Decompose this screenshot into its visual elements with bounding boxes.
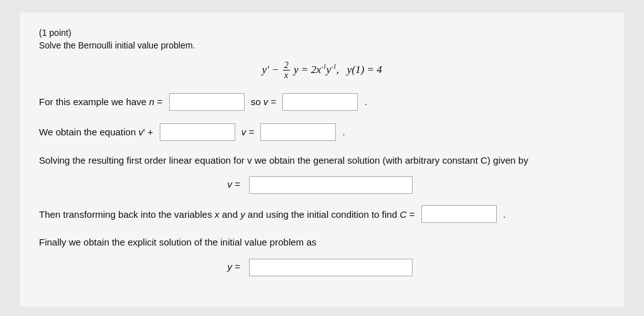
section2-row: We obtain the equation v' + v = . — [39, 123, 605, 141]
main-container: (1 point) Solve the Bernoulli initial va… — [20, 13, 624, 307]
v-rhs-input[interactable] — [260, 123, 336, 141]
c-value-input[interactable] — [421, 205, 497, 223]
section1-dot: . — [362, 96, 367, 107]
section4-row: v = — [39, 176, 605, 194]
section6-text: Finally we obtain the explicit solution … — [39, 235, 605, 250]
instruction-label: Solve the Bernoulli initial value proble… — [39, 40, 605, 50]
section3-text: Solving the resulting first order linear… — [39, 154, 605, 168]
y-final-label: y = — [228, 261, 243, 272]
n-input[interactable] — [169, 93, 245, 111]
eq-y-prime: y' — [262, 64, 269, 76]
section7-row: y = — [39, 259, 605, 276]
v-solution-input[interactable] — [249, 176, 413, 194]
fraction-2-x: 2 x — [283, 60, 290, 81]
v-coeff-input[interactable] — [160, 123, 235, 141]
points-label: (1 point) — [39, 28, 605, 38]
section5-dot: . — [501, 209, 506, 220]
section1-row: For this example we have n = so v = . — [39, 93, 605, 111]
section5-text: Then transforming back into the variable… — [39, 209, 418, 220]
section1-text-before: For this example we have n = — [39, 96, 165, 107]
section2-dot: . — [340, 127, 345, 137]
v-substitution-input[interactable] — [282, 93, 358, 111]
y-solution-input[interactable] — [249, 259, 413, 276]
v-equals-label: v = — [239, 127, 257, 137]
main-equation: y' − 2 x y = 2x-1y-1, y(1) = 4 — [39, 60, 605, 81]
section5-row: Then transforming back into the variable… — [39, 205, 605, 223]
section2-text: We obtain the equation v' + — [39, 127, 156, 137]
so-v-label: so v = — [248, 96, 279, 107]
v-general-label: v = — [228, 179, 243, 189]
